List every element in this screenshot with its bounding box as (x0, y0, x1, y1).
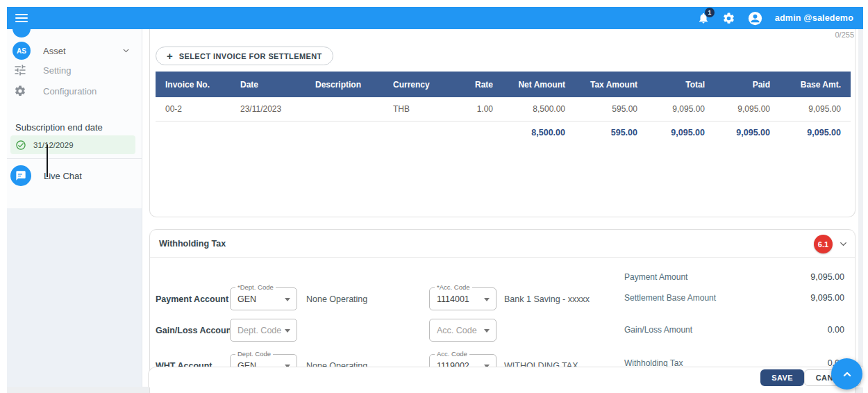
column-header: Paid (715, 72, 780, 97)
total-paid: 9,095.00 (715, 121, 780, 144)
truncated-menu-icon (12, 29, 31, 37)
column-header: Base Amt. (780, 72, 851, 97)
gain-loss-dept-code-select[interactable]: Dept. Code (230, 319, 297, 342)
column-header: Description (306, 72, 383, 97)
column-header: Invoice No. (156, 72, 231, 97)
char-counter: 0/255 (835, 31, 854, 39)
cell-date: 23/11/2023 (231, 97, 306, 121)
cell-net-amount: 8,500.00 (503, 97, 575, 121)
notifications-button[interactable]: 1 (697, 12, 710, 24)
sidebar: AS Asset Setting Configuration Subscript… (7, 29, 142, 387)
acc-code-field-label: *Acc. Code (435, 283, 472, 291)
sliders-icon (13, 63, 27, 77)
chat-bubble-icon (10, 165, 31, 186)
table-row[interactable]: 00-2 23/11/2023 THB 1.00 8,500.00 595.00… (156, 97, 851, 121)
cell-invoice-no: 00-2 (156, 97, 231, 121)
gain-loss-amount-line: Gain/Loss Amount 0.00 (624, 324, 844, 335)
column-header: Currency (383, 72, 453, 97)
total-net-amount: 8,500.00 (503, 121, 575, 144)
plus-icon: + (167, 51, 173, 61)
summary-value: 9,095.00 (810, 293, 844, 303)
payment-amount-line: Payment Amount 9,095.00 (624, 271, 844, 283)
summary-label: Settlement Base Amount (624, 293, 716, 303)
footer-action-bar: SAVE CANCEL (148, 367, 863, 387)
dept-code-field-label: *Dept. Code (235, 283, 276, 291)
section-title: Withholding Tax (159, 239, 226, 249)
table-header-row: Invoice No. Date Description Currency Ra… (156, 72, 851, 97)
cell-tax-amount: 595.00 (575, 97, 647, 121)
subscription-date-pill: 31/12/2029 (10, 135, 135, 154)
withholding-tax-header[interactable]: Withholding Tax 6.1 (150, 230, 855, 258)
sidebar-item-configuration[interactable]: Configuration (7, 83, 142, 99)
dropdown-caret-icon (484, 298, 490, 301)
column-header: Tax Amount (575, 72, 647, 97)
check-circle-icon (15, 140, 26, 151)
summary-value: 9,095.00 (810, 272, 844, 282)
scroll-to-top-button[interactable] (831, 358, 862, 390)
top-app-bar: 1 admin @saledemo (7, 7, 863, 29)
notification-count-badge: 1 (705, 8, 715, 17)
topbar-right-cluster: 1 admin @saledemo (697, 11, 853, 26)
payment-dept-code-select[interactable]: *Dept. Code GEN (230, 287, 297, 310)
invoice-settlement-card: + SELECT INVOICE FOR SETTLEMENT Invoice … (149, 29, 856, 217)
app-window: 1 admin @saledemo AS Asset Setting Confi… (0, 0, 868, 393)
live-chat-label: Live Chat (44, 171, 82, 181)
cell-currency: THB (383, 97, 453, 121)
payment-acc-code-select[interactable]: *Acc. Code 1114001 (429, 287, 496, 310)
total-total: 9,095.00 (647, 121, 715, 144)
menu-icon[interactable] (15, 14, 28, 22)
step-badge: 6.1 (814, 235, 833, 253)
invoice-table: Invoice No. Date Description Currency Ra… (156, 72, 851, 144)
gain-loss-acc-code-select[interactable]: Acc. Code (429, 319, 496, 342)
avatar-icon[interactable] (748, 11, 762, 26)
total-tax-amount: 595.00 (575, 121, 647, 144)
sidebar-item-label: Asset (43, 46, 66, 56)
save-button[interactable]: SAVE (760, 369, 804, 386)
dropdown-caret-icon (285, 298, 290, 301)
acc-code-field-label: Acc. Code (435, 350, 469, 358)
sidebar-item-label: Setting (43, 65, 71, 76)
cell-base-amt: 9,095.00 (780, 97, 851, 121)
summary-label: Payment Amount (624, 272, 687, 282)
dept-code-field-label: Dept. Code (235, 350, 273, 358)
acc-code-value: 1114001 (437, 294, 469, 304)
gain-loss-account-label: Gain/Loss Account (156, 326, 234, 335)
select-invoice-button[interactable]: + SELECT INVOICE FOR SETTLEMENT (156, 47, 333, 65)
column-header: Date (231, 72, 306, 97)
gear-icon[interactable] (722, 12, 735, 25)
sidebar-menu-panel: AS Asset Setting Configuration Subscript… (7, 29, 142, 208)
column-header: Total (647, 72, 715, 97)
total-base-amt: 9,095.00 (780, 121, 851, 144)
chevron-down-icon[interactable] (838, 239, 849, 249)
settlement-base-amount-line: Settlement Base Amount 9,095.00 (624, 292, 844, 303)
cell-rate: 1.00 (453, 97, 503, 121)
dept-code-placeholder: Dept. Code (237, 326, 281, 335)
cell-total: 9,095.00 (647, 97, 715, 121)
vertical-scrollbar[interactable] (858, 29, 863, 387)
dropdown-caret-icon (484, 329, 490, 333)
asset-badge-icon: AS (12, 42, 31, 60)
acc-code-placeholder: Acc. Code (437, 326, 477, 335)
chevron-down-icon (122, 47, 131, 56)
payment-account-label: Payment Account (156, 294, 228, 304)
gear-icon (14, 85, 26, 97)
dropdown-caret-icon (285, 329, 290, 333)
subscription-end-date-label: Subscription end date (15, 122, 103, 133)
dept-code-value: GEN (237, 294, 256, 304)
subscription-date-value: 31/12/2029 (33, 141, 74, 149)
sidebar-item-asset[interactable]: AS Asset (7, 42, 142, 60)
table-totals-row: 8,500.00 595.00 9,095.00 9,095.00 9,095.… (156, 121, 851, 144)
dept-code-description: None Operating (306, 294, 367, 304)
cell-paid: 9,095.00 (715, 97, 780, 121)
summary-value: 0.00 (828, 325, 844, 335)
cell-description (306, 97, 383, 121)
sidebar-item-setting[interactable]: Setting (7, 62, 142, 78)
chevron-up-icon (840, 367, 854, 381)
column-header: Net Amount (503, 72, 575, 97)
acc-code-description: Bank 1 Saving - xxxxx (504, 294, 590, 304)
live-chat-button[interactable]: Live Chat (7, 164, 142, 187)
user-account-label[interactable]: admin @saledemo (775, 13, 853, 23)
select-invoice-button-label: SELECT INVOICE FOR SETTLEMENT (179, 52, 322, 60)
column-header: Rate (453, 72, 503, 97)
sidebar-item-label: Configuration (43, 86, 97, 97)
